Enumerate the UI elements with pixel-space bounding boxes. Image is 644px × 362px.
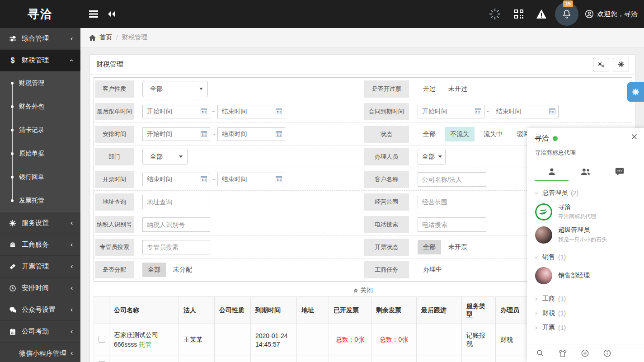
invoice-status-all[interactable]: 全部 [418,240,441,254]
chat-title: 寻洽 [535,134,549,143]
notifications-bell[interactable]: 15 [555,2,578,26]
sidebar-item-attendance[interactable]: 公司考勤 [0,321,80,343]
group-tax[interactable]: 财税 (1) [527,306,644,320]
contract-end-date[interactable]: 结束时间 [492,105,559,118]
online-status-dot [553,136,558,141]
warning-icon[interactable] [536,9,547,19]
invoice-end-date[interactable]: 结束时间 [217,173,285,186]
followup-start-date[interactable]: 开始时间 [142,105,210,118]
submenu-item-tax-management[interactable]: 财税管理 [0,71,80,95]
chevron-right-icon [533,325,539,331]
option-invoiced-no[interactable]: 未开过 [443,82,473,96]
cell-company[interactable]: 石家庄测试公司 666ssss 托管 [109,324,179,356]
customer-nature-select[interactable]: 全部 [142,81,208,97]
sidebar-item-miniprogram[interactable]: 微信小程序管理 [0,343,80,362]
breadcrumb-current: 财税管理 [122,33,147,42]
select-value: 全部 [422,153,435,161]
sidebar-item-wechat-official[interactable]: 公众号设置 [0,299,80,321]
cell-nature [215,324,251,356]
invoice-status-none[interactable]: 未开票 [443,240,473,254]
date-range-separator: ~ [486,108,490,115]
chat-toolbar [527,344,644,362]
contract-start-date[interactable]: 开始时间 [418,105,484,118]
group-admins[interactable]: 总管理员 (2) [527,186,644,200]
agent-select[interactable]: 全部 [418,149,446,165]
option-invoiced-yes[interactable]: 开过 [418,82,441,96]
sidebar-collapse-icon[interactable] [104,0,119,28]
expire-time: 14:45:57 [255,341,292,348]
bell-icon [562,9,572,19]
header-checkbox-col [94,297,109,324]
invoice-start-date[interactable]: 结束时间 [142,173,210,186]
info-icon[interactable] [603,349,611,357]
filter-label: 合同到期时间 [364,103,409,120]
wechat-icon [8,306,17,313]
group-sales[interactable]: 销售 (1) [527,250,644,264]
submenu-item-original-documents[interactable]: 原始单据 [0,142,80,165]
sidebar-item-tax[interactable]: $ 财税管理 [0,50,80,71]
assigned-none[interactable]: 未分配 [168,263,197,277]
dollar-icon: $ [8,56,17,65]
filter-label: 安排时间 [95,126,134,143]
sidebar-item-service-settings[interactable]: 服务设置 [0,212,80,234]
filter-label: 专管员搜索 [95,239,134,256]
add-icon[interactable] [581,349,589,357]
group-name: 销售 [542,253,555,261]
taxpayer-id-input[interactable] [142,217,210,232]
datepicker-icon [276,131,282,137]
group-business[interactable]: 工商 (1) [527,291,644,306]
contact-super-admin[interactable]: 超级管理员 我是一只小小的石头 [527,223,644,246]
date-placeholder: 结束时间 [147,175,172,183]
quick-tools-fab[interactable] [627,82,644,102]
tshirt-icon[interactable] [558,349,567,357]
submenu-item-card-clearing[interactable]: 清卡记录 [0,118,80,142]
cell-remaining: 总数：0张 [371,324,417,356]
chat-close-button[interactable] [631,133,638,140]
followup-end-date[interactable]: 结束时间 [217,105,285,118]
contact-xunqia[interactable]: 寻洽 寻洽商标总代理 [527,200,644,223]
col-header: 法人 [179,297,215,324]
phone-search-input[interactable] [418,217,486,232]
chat-dots-icon [614,167,625,177]
tab-contacts[interactable] [535,162,569,181]
date-placeholder: 开始时间 [147,130,172,138]
row-checkbox[interactable] [99,336,105,343]
sidebar-item-schedule[interactable]: 安排时间 [0,277,80,299]
submenu-label: 银行回单 [19,173,44,181]
address-search-input[interactable] [142,195,210,209]
schedule-start-date[interactable]: 开始时间 [142,127,210,141]
status-option-all[interactable]: 全部 [418,127,441,141]
supervisor-search-input[interactable] [142,240,210,254]
submenu-item-bank-receipts[interactable]: 银行回单 [0,165,80,189]
sidebar-item-label: 开票管理 [22,262,70,271]
customer-name-input[interactable] [418,172,486,187]
group-invoice[interactable]: 开票 (1) [527,320,644,335]
business-scope-input[interactable] [418,195,486,209]
contact-sales-manager[interactable]: 销售部经理 [527,264,644,287]
sidebar-item-business-services[interactable]: 工商服务 [0,234,80,256]
user-menu[interactable]: 欢迎您，寻洽 [585,9,638,19]
double-chevron-up-icon [353,287,359,294]
tab-groups[interactable] [569,162,602,181]
department-select[interactable]: 全部 [142,149,188,165]
schedule-end-date[interactable]: 结束时间 [217,127,285,141]
settings-gear-button[interactable] [613,58,629,71]
breadcrumb-home[interactable]: 首页 [89,33,112,42]
sidebar-item-invoicing[interactable]: 开票管理 [0,256,80,277]
business-task-processing[interactable]: 办理中 [418,263,447,277]
assigned-all[interactable]: 全部 [142,263,166,277]
search-icon[interactable] [536,349,545,357]
clock-icon [8,285,17,292]
sidebar-item-label: 综合管理 [22,34,70,43]
submenu-label: 财税管理 [19,79,44,87]
hamburger-menu-icon[interactable] [86,0,101,28]
settings-cogs-button[interactable] [593,58,609,71]
qr-code-icon[interactable] [514,9,523,19]
sidebar-item-general[interactable]: 综合管理 [0,28,80,50]
submenu-item-invoice-hosting[interactable]: 发票托管 [0,189,80,212]
status-option-losing[interactable]: 流失中 [478,127,508,141]
tab-chats[interactable] [603,162,637,181]
gear-icon [8,220,17,227]
status-option-not-lost[interactable]: 不流失 [445,127,475,141]
submenu-item-finance-outsourcing[interactable]: 财务外包 [0,95,80,118]
